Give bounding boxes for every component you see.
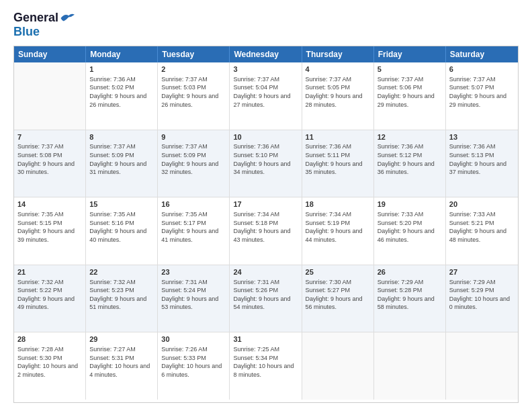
cell-info: Sunrise: 7:37 AM Sunset: 5:09 PM Dayligh…: [89, 142, 154, 176]
calendar-cell-empty: [374, 332, 446, 400]
cell-info: Sunrise: 7:36 AM Sunset: 5:12 PM Dayligh…: [378, 142, 442, 176]
calendar-cell-24: 24Sunrise: 7:31 AM Sunset: 5:26 PM Dayli…: [230, 265, 302, 332]
day-number: 12: [378, 132, 442, 142]
day-number: 15: [89, 199, 154, 210]
calendar-cell-27: 27Sunrise: 7:29 AM Sunset: 5:29 PM Dayli…: [446, 265, 518, 332]
calendar-cell-28: 28Sunrise: 7:28 AM Sunset: 5:30 PM Dayli…: [14, 332, 86, 400]
calendar-row-1: 7Sunrise: 7:37 AM Sunset: 5:08 PM Daylig…: [14, 130, 518, 198]
day-number: 25: [306, 267, 370, 277]
day-number: 9: [161, 132, 226, 142]
cell-info: Sunrise: 7:32 AM Sunset: 5:23 PM Dayligh…: [89, 278, 154, 312]
calendar-cell-4: 4Sunrise: 7:37 AM Sunset: 5:05 PM Daylig…: [302, 62, 374, 130]
calendar-row-0: 1Sunrise: 7:36 AM Sunset: 5:02 PM Daylig…: [14, 62, 518, 130]
calendar-body: 1Sunrise: 7:36 AM Sunset: 5:02 PM Daylig…: [14, 62, 518, 400]
calendar-cell-7: 7Sunrise: 7:37 AM Sunset: 5:08 PM Daylig…: [14, 130, 86, 197]
calendar-cell-17: 17Sunrise: 7:34 AM Sunset: 5:18 PM Dayli…: [230, 197, 302, 265]
logo-text: GeneralBlue: [13, 11, 75, 39]
calendar-header: SundayMondayTuesdayWednesdayThursdayFrid…: [14, 46, 518, 62]
cell-info: Sunrise: 7:31 AM Sunset: 5:24 PM Dayligh…: [161, 278, 226, 312]
day-number: 5: [378, 64, 442, 75]
calendar-cell-18: 18Sunrise: 7:34 AM Sunset: 5:19 PM Dayli…: [302, 197, 374, 265]
cell-info: Sunrise: 7:25 AM Sunset: 5:34 PM Dayligh…: [233, 345, 298, 379]
calendar-row-2: 14Sunrise: 7:35 AM Sunset: 5:15 PM Dayli…: [14, 197, 518, 265]
day-number: 29: [89, 334, 154, 345]
calendar-cell-25: 25Sunrise: 7:30 AM Sunset: 5:27 PM Dayli…: [302, 265, 374, 332]
cell-info: Sunrise: 7:33 AM Sunset: 5:20 PM Dayligh…: [378, 210, 442, 244]
calendar-cell-1: 1Sunrise: 7:36 AM Sunset: 5:02 PM Daylig…: [86, 62, 158, 130]
header-day-thursday: Thursday: [302, 46, 374, 62]
day-number: 17: [233, 199, 298, 210]
logo-bird-icon: [60, 12, 75, 24]
calendar-cell-2: 2Sunrise: 7:37 AM Sunset: 5:03 PM Daylig…: [158, 62, 230, 130]
cell-info: Sunrise: 7:30 AM Sunset: 5:27 PM Dayligh…: [306, 278, 370, 312]
calendar-cell-30: 30Sunrise: 7:26 AM Sunset: 5:33 PM Dayli…: [158, 332, 230, 400]
cell-info: Sunrise: 7:36 AM Sunset: 5:11 PM Dayligh…: [306, 142, 370, 176]
cell-info: Sunrise: 7:36 AM Sunset: 5:10 PM Dayligh…: [233, 142, 298, 176]
logo: GeneralBlue: [13, 11, 75, 39]
calendar-cell-8: 8Sunrise: 7:37 AM Sunset: 5:09 PM Daylig…: [86, 130, 158, 197]
cell-info: Sunrise: 7:37 AM Sunset: 5:06 PM Dayligh…: [378, 75, 442, 109]
day-number: 21: [17, 267, 82, 277]
day-number: 4: [306, 64, 370, 75]
calendar-cell-16: 16Sunrise: 7:35 AM Sunset: 5:17 PM Dayli…: [158, 197, 230, 265]
cell-info: Sunrise: 7:37 AM Sunset: 5:07 PM Dayligh…: [449, 75, 515, 109]
cell-info: Sunrise: 7:37 AM Sunset: 5:04 PM Dayligh…: [233, 75, 298, 109]
cell-info: Sunrise: 7:29 AM Sunset: 5:28 PM Dayligh…: [378, 278, 442, 312]
day-number: 22: [89, 267, 154, 277]
header-day-saturday: Saturday: [446, 46, 518, 62]
cell-info: Sunrise: 7:32 AM Sunset: 5:22 PM Dayligh…: [17, 278, 82, 312]
day-number: 30: [161, 334, 226, 345]
cell-info: Sunrise: 7:33 AM Sunset: 5:21 PM Dayligh…: [449, 210, 515, 244]
logo-general: General: [13, 11, 58, 25]
day-number: 27: [449, 267, 515, 277]
calendar-row-3: 21Sunrise: 7:32 AM Sunset: 5:22 PM Dayli…: [14, 265, 518, 333]
calendar-cell-21: 21Sunrise: 7:32 AM Sunset: 5:22 PM Dayli…: [14, 265, 86, 332]
cell-info: Sunrise: 7:37 AM Sunset: 5:03 PM Dayligh…: [161, 75, 226, 109]
calendar-cell-26: 26Sunrise: 7:29 AM Sunset: 5:28 PM Dayli…: [374, 265, 446, 332]
calendar-row-4: 28Sunrise: 7:28 AM Sunset: 5:30 PM Dayli…: [14, 332, 518, 400]
calendar-cell-29: 29Sunrise: 7:27 AM Sunset: 5:31 PM Dayli…: [86, 332, 158, 400]
calendar-cell-empty: [302, 332, 374, 400]
day-number: 1: [89, 64, 154, 75]
day-number: 8: [89, 132, 154, 142]
cell-info: Sunrise: 7:31 AM Sunset: 5:26 PM Dayligh…: [233, 278, 298, 312]
day-number: 23: [161, 267, 226, 277]
calendar-cell-20: 20Sunrise: 7:33 AM Sunset: 5:21 PM Dayli…: [446, 197, 518, 265]
cell-info: Sunrise: 7:35 AM Sunset: 5:15 PM Dayligh…: [17, 210, 82, 244]
logo-blue: Blue: [13, 25, 40, 39]
header-day-monday: Monday: [86, 46, 158, 62]
calendar-cell-empty: [446, 332, 518, 400]
cell-info: Sunrise: 7:35 AM Sunset: 5:16 PM Dayligh…: [89, 210, 154, 244]
calendar-cell-3: 3Sunrise: 7:37 AM Sunset: 5:04 PM Daylig…: [230, 62, 302, 130]
day-number: 11: [306, 132, 370, 142]
day-number: 28: [17, 334, 82, 345]
calendar-cell-31: 31Sunrise: 7:25 AM Sunset: 5:34 PM Dayli…: [230, 332, 302, 400]
day-number: 2: [161, 64, 226, 75]
day-number: 7: [17, 132, 82, 142]
calendar-cell-10: 10Sunrise: 7:36 AM Sunset: 5:10 PM Dayli…: [230, 130, 302, 197]
day-number: 14: [17, 199, 82, 210]
calendar-cell-6: 6Sunrise: 7:37 AM Sunset: 5:07 PM Daylig…: [446, 62, 518, 130]
cell-info: Sunrise: 7:28 AM Sunset: 5:30 PM Dayligh…: [17, 345, 82, 379]
day-number: 20: [449, 199, 515, 210]
calendar-cell-22: 22Sunrise: 7:32 AM Sunset: 5:23 PM Dayli…: [86, 265, 158, 332]
cell-info: Sunrise: 7:37 AM Sunset: 5:05 PM Dayligh…: [306, 75, 370, 109]
cell-info: Sunrise: 7:37 AM Sunset: 5:09 PM Dayligh…: [161, 142, 226, 176]
day-number: 18: [306, 199, 370, 210]
day-number: 19: [378, 199, 442, 210]
calendar: SundayMondayTuesdayWednesdayThursdayFrid…: [13, 46, 519, 403]
header: GeneralBlue: [13, 11, 519, 39]
day-number: 6: [449, 64, 515, 75]
page: GeneralBlue SundayMondayTuesdayWednesday…: [0, 0, 532, 411]
header-day-wednesday: Wednesday: [230, 46, 302, 62]
calendar-cell-empty: [14, 62, 86, 130]
cell-info: Sunrise: 7:29 AM Sunset: 5:29 PM Dayligh…: [449, 278, 515, 312]
day-number: 31: [233, 334, 298, 345]
cell-info: Sunrise: 7:34 AM Sunset: 5:18 PM Dayligh…: [233, 210, 298, 244]
day-number: 3: [233, 64, 298, 75]
cell-info: Sunrise: 7:27 AM Sunset: 5:31 PM Dayligh…: [89, 345, 154, 379]
calendar-cell-11: 11Sunrise: 7:36 AM Sunset: 5:11 PM Dayli…: [302, 130, 374, 197]
cell-info: Sunrise: 7:37 AM Sunset: 5:08 PM Dayligh…: [17, 142, 82, 176]
cell-info: Sunrise: 7:26 AM Sunset: 5:33 PM Dayligh…: [161, 345, 226, 379]
day-number: 26: [378, 267, 442, 277]
